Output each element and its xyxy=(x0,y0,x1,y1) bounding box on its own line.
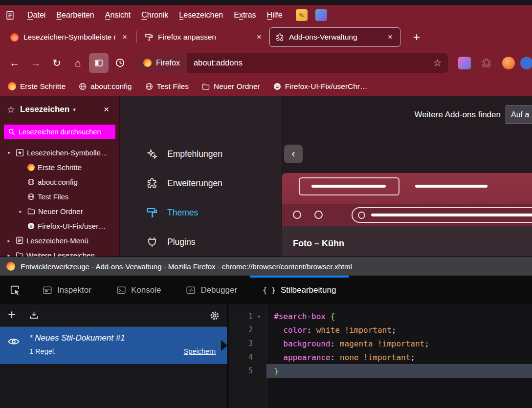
theme-preview-circle xyxy=(314,211,323,219)
forward-button[interactable]: → xyxy=(26,53,45,73)
github-icon xyxy=(27,222,35,230)
bookmark-star-icon[interactable]: ☆ xyxy=(427,57,448,68)
chevron-right-icon[interactable]: ▸ xyxy=(5,238,13,243)
chevron-right-icon[interactable]: ▸ xyxy=(5,253,13,257)
tree-item-neuer-ordner[interactable]: ▸ Neuer Ordner xyxy=(0,204,119,218)
tree-item-lesezeichen-menu[interactable]: ▸ Lesezeichen-Menü xyxy=(0,233,119,248)
devtools-tab-konsole[interactable]: Konsole xyxy=(104,276,174,304)
pick-element-button[interactable] xyxy=(0,276,30,304)
braces-icon xyxy=(263,285,275,295)
bookmark-firefox-ui-fix[interactable]: Firefox-UI-Fix/userChr… xyxy=(273,82,368,91)
devtools-tab-debugger[interactable]: Debugger xyxy=(174,276,250,304)
back-button[interactable]: ← xyxy=(5,53,24,73)
save-link[interactable]: Speichern xyxy=(184,347,216,355)
sidebar-close-icon[interactable]: × xyxy=(99,103,113,116)
menu-hilfe[interactable]: Hilfe xyxy=(262,8,288,22)
category-erweiterungen[interactable]: Erweiterungen xyxy=(120,172,281,194)
clipped-extension-icon[interactable] xyxy=(520,57,532,69)
globe-icon xyxy=(27,193,35,200)
menu-datei[interactable]: Datei xyxy=(22,8,51,22)
bookmarks-search-box[interactable] xyxy=(4,125,115,139)
sidebar-toggle-button[interactable] xyxy=(89,53,109,73)
gear-icon[interactable] xyxy=(210,311,220,321)
line-number: 1 xyxy=(248,312,253,321)
tree-item-erste-schritte[interactable]: Erste Schritte xyxy=(0,160,119,174)
translate-extension-icon[interactable] xyxy=(315,9,327,21)
addons-search-input[interactable] xyxy=(506,106,532,124)
new-tab-button[interactable]: + xyxy=(407,28,426,46)
note-extension-icon[interactable]: ✎ xyxy=(296,9,308,21)
search-engine-chip[interactable]: Firefox xyxy=(136,53,187,73)
devtools-titlebar[interactable]: Entwicklerwerkzeuge - Add-ons-Verwaltung… xyxy=(0,257,532,276)
disabled-extension-icon[interactable] xyxy=(480,57,493,69)
search-icon xyxy=(8,129,15,135)
tab-lesezeichen-symbolleiste[interactable]: Lesezeichen-Symbolleiste m × xyxy=(4,27,135,47)
bookmarks-toolbar: Erste Schritte about:config Test Files xyxy=(0,77,532,96)
category-empfehlungen[interactable]: Empfehlungen xyxy=(120,143,281,165)
sidebar-title: Lesezeichen xyxy=(20,105,69,114)
folder-icon xyxy=(27,207,35,215)
menu-chronik[interactable]: Chronik xyxy=(136,8,174,22)
devtools-tab-inspektor[interactable]: Inspektor xyxy=(30,276,104,304)
addons-back-button[interactable]: ‹ xyxy=(284,145,303,163)
menu-extras[interactable]: Extras xyxy=(228,8,261,22)
tab-title: Firefox anpassen xyxy=(158,33,250,42)
bookmark-erste-schritte[interactable]: Erste Schritte xyxy=(8,82,66,91)
tree-item-test-files[interactable]: Test Files xyxy=(0,189,119,204)
bookmark-folder-neuer-ordner[interactable]: Neuer Ordner xyxy=(202,82,260,91)
devtools-tab-stilbearbeitung[interactable]: Stilbearbeitung xyxy=(250,276,349,304)
profile-avatar-icon[interactable] xyxy=(502,57,515,69)
tree-item-firefox-ui-fix[interactable]: Firefox-UI-Fix/user… xyxy=(0,218,119,233)
tab-separator xyxy=(136,31,137,43)
container-extension-icon[interactable] xyxy=(458,57,471,69)
chevron-down-icon[interactable]: ▾ xyxy=(5,150,13,155)
navigation-toolbar: ← → ↻ ⌂ Firefox about:addons ☆ xyxy=(0,49,532,77)
github-icon xyxy=(273,83,281,90)
line-number: 2 xyxy=(248,325,253,334)
tab-addons-verwaltung[interactable]: Add-ons-Verwaltung × xyxy=(269,27,400,47)
devtools-title-text: Entwicklerwerkzeuge - Add-ons-Verwaltung… xyxy=(21,262,352,271)
folder-icon xyxy=(202,83,210,90)
code-area[interactable]: #search-box { color: white !important; b… xyxy=(266,304,532,408)
eye-visibility-icon[interactable] xyxy=(8,337,20,346)
code-line: appearance: none !important; xyxy=(266,350,532,364)
chevron-right-icon[interactable]: ▸ xyxy=(17,209,24,214)
new-stylesheet-button[interactable]: + xyxy=(8,308,16,322)
console-icon xyxy=(117,286,126,295)
menu-lesezeichen[interactable]: Lesezeichen xyxy=(174,8,228,22)
history-clock-button[interactable] xyxy=(110,53,130,73)
debugger-icon xyxy=(186,286,195,295)
tab-bar: Lesezeichen-Symbolleiste m × Firefox anp… xyxy=(0,25,532,49)
tree-item-weitere-lesezeichen[interactable]: ▸ Weitere Lesezeichen xyxy=(0,248,119,257)
home-button[interactable]: ⌂ xyxy=(68,53,88,73)
tree-item-toolbar-folder[interactable]: ▾ Lesezeichen-Symbolle… xyxy=(0,145,119,160)
bookmark-test-files[interactable]: Test Files xyxy=(145,82,189,91)
category-plugins[interactable]: Plugins xyxy=(120,231,281,253)
tab-firefox-anpassen[interactable]: Firefox anpassen × xyxy=(138,27,269,47)
bookmarks-search-input[interactable] xyxy=(19,128,111,136)
fold-arrow-icon[interactable]: ▾ xyxy=(256,314,262,319)
reload-button[interactable]: ↻ xyxy=(47,53,66,73)
bookmark-about-config[interactable]: about:config xyxy=(79,82,132,91)
window-titlebar-strip xyxy=(0,0,532,5)
sidebar-switcher-chevron-icon[interactable]: ▾ xyxy=(73,107,76,113)
tree-item-about-config[interactable]: about:config xyxy=(0,174,119,189)
tab-close-icon[interactable]: × xyxy=(386,32,394,42)
stylesheet-entry-selected[interactable]: * Neues Stil-Dokument #1 1 Regel. Speich… xyxy=(0,327,227,364)
inspector-icon xyxy=(43,286,52,295)
theme-preview-tab-line xyxy=(415,185,488,188)
category-themes[interactable]: Themes xyxy=(120,202,281,223)
css-source-editor[interactable]: 1▾ 2 3 4 5 #search-box { color: white !i… xyxy=(228,304,532,408)
paint-roller-icon xyxy=(145,33,153,42)
tab-close-icon[interactable]: × xyxy=(255,32,263,42)
menu-bearbeiten[interactable]: Bearbeiten xyxy=(51,8,99,22)
tab-close-icon[interactable]: × xyxy=(121,32,129,42)
import-stylesheet-button[interactable] xyxy=(29,311,39,320)
url-bar[interactable]: Firefox about:addons ☆ xyxy=(136,53,448,73)
menu-ansicht[interactable]: Ansicht xyxy=(100,8,136,22)
theme-card[interactable]: Foto – Kühn xyxy=(282,173,532,257)
paint-roller-icon xyxy=(147,207,157,218)
url-text[interactable]: about:addons xyxy=(187,58,249,67)
theme-preview-active-tab xyxy=(299,177,399,195)
stylesheet-toolbar: + xyxy=(0,304,227,327)
